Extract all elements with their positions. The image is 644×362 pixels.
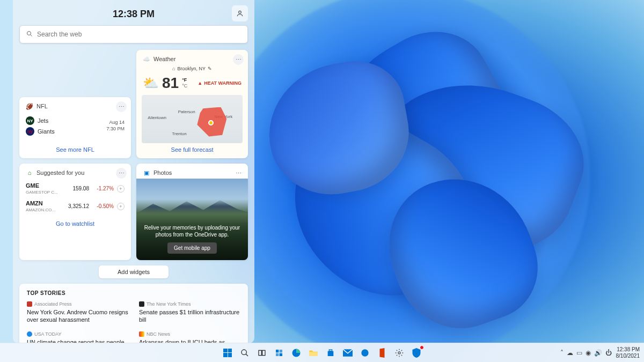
svg-rect-12 <box>310 352 318 356</box>
taskbar: ˄ ☁ ▭ ◉ 🔊 ⏻ 12:38 PM 8/10/2021 <box>0 343 644 362</box>
svg-point-3 <box>241 350 246 354</box>
stock-row[interactable]: GMEGAMESTOP C... 159.08 -1.27% + <box>26 180 125 197</box>
svg-rect-6 <box>262 350 265 355</box>
add-stock-button[interactable]: + <box>117 185 125 193</box>
start-button[interactable] <box>220 345 235 360</box>
add-stock-button[interactable]: + <box>117 203 125 210</box>
heat-warning: ▲ HEAT WARNING <box>197 80 241 86</box>
nfl-icon: 🏈 <box>26 102 33 110</box>
app-icon[interactable] <box>357 345 372 360</box>
onedrive-icon[interactable]: ☁ <box>567 349 573 357</box>
suggested-widget[interactable]: ⌂ Suggested for you ⋯ GMEGAMESTOP C... 1… <box>19 164 131 260</box>
widget-title: Suggested for you <box>36 169 84 176</box>
wifi-icon[interactable]: ◉ <box>586 349 591 357</box>
story-item[interactable]: Associated Press New York Gov. Andrew Cu… <box>27 301 128 324</box>
top-stories-widget: TOP STORIES Associated Press New York Go… <box>19 284 248 343</box>
nfl-team: NY Jets <box>26 115 106 126</box>
search-icon <box>26 31 33 39</box>
weather-temp: 81 <box>162 75 179 92</box>
weather-icon: ☁️ <box>143 55 150 63</box>
photos-icon: ▣ <box>143 169 150 176</box>
source-icon <box>139 331 144 337</box>
office-icon[interactable] <box>375 345 390 360</box>
sun-cloud-icon: ⛅ <box>143 76 159 91</box>
more-button[interactable]: ⋯ <box>233 168 244 179</box>
profile-button[interactable] <box>232 5 248 21</box>
store-icon[interactable] <box>323 345 338 360</box>
svg-point-17 <box>398 352 400 354</box>
top-stories-title: TOP STORIES <box>27 290 240 296</box>
source-icon <box>139 301 144 307</box>
widget-title: Photos <box>153 169 172 176</box>
warning-icon: ▲ <box>197 80 202 86</box>
widget-title: Weather <box>153 56 175 62</box>
temp-units[interactable]: °F °C <box>182 77 187 89</box>
settings-icon[interactable] <box>392 345 407 360</box>
svg-line-4 <box>246 354 248 356</box>
watchlist-link[interactable]: Go to watchlist <box>26 220 125 227</box>
more-button[interactable]: ⋯ <box>116 168 127 179</box>
widget-title: NFL <box>36 103 48 109</box>
svg-rect-13 <box>328 351 334 356</box>
photos-text: Relive your memories by uploading your p… <box>143 224 241 238</box>
nfl-widget[interactable]: 🏈 NFL ⋯ NY Jets ny Giants Aug 14 <box>19 97 131 158</box>
svg-point-0 <box>239 11 241 13</box>
svg-rect-5 <box>259 350 261 355</box>
tray-clock[interactable]: 12:38 PM 8/10/2021 <box>616 346 640 359</box>
photos-widget[interactable]: ▣ Photos ⋯ Relive your memories by uploa… <box>136 164 248 260</box>
get-app-button[interactable]: Get mobile app <box>167 242 217 254</box>
finance-icon: ⌂ <box>26 169 33 176</box>
forecast-link[interactable]: See full forecast <box>143 146 241 153</box>
svg-point-1 <box>27 31 31 35</box>
story-item[interactable]: The New York Times Senate passes $1 tril… <box>139 301 240 324</box>
search-button[interactable] <box>237 345 252 360</box>
system-tray[interactable]: ˄ ☁ ▭ ◉ 🔊 ⏻ 12:38 PM 8/10/2021 <box>560 346 640 359</box>
source-icon <box>27 331 32 337</box>
giants-logo-icon: ny <box>26 127 34 136</box>
svg-rect-10 <box>280 353 282 356</box>
story-item[interactable]: NBC News Arkansas down to 8 ICU beds as … <box>139 331 240 343</box>
widgets-button[interactable] <box>272 345 287 360</box>
svg-rect-7 <box>276 350 279 352</box>
task-view-button[interactable] <box>254 345 269 360</box>
chevron-up-icon[interactable]: ˄ <box>560 349 564 357</box>
more-button[interactable]: ⋯ <box>116 101 127 112</box>
svg-rect-8 <box>280 350 282 352</box>
mail-icon[interactable] <box>340 345 355 360</box>
home-icon: ⌂ <box>172 66 175 71</box>
svg-point-16 <box>361 349 368 356</box>
more-button[interactable]: ⋯ <box>233 54 244 65</box>
svg-rect-9 <box>276 353 279 356</box>
add-widgets-button[interactable]: Add widgets <box>99 265 169 278</box>
story-item[interactable]: USA TODAY UN climate change report has p… <box>27 331 128 343</box>
weather-location[interactable]: ⌂ Brooklyn, NY ✎ <box>143 66 241 71</box>
nfl-link[interactable]: See more NFL <box>26 146 125 153</box>
svg-rect-14 <box>329 350 332 351</box>
security-icon[interactable] <box>409 345 424 360</box>
meet-icon[interactable]: ▭ <box>576 349 582 357</box>
power-icon[interactable]: ⏻ <box>605 349 612 357</box>
edit-icon: ✎ <box>208 66 212 71</box>
search-box[interactable] <box>19 25 248 43</box>
panel-time: 12:38 PM <box>19 9 248 20</box>
svg-line-2 <box>31 34 32 36</box>
widgets-panel: 12:38 PM ☁️ Weather ⋯ ⌂ Brooklyn, NY ✎ ⛅ <box>13 0 254 343</box>
source-icon <box>27 301 32 307</box>
edge-icon[interactable] <box>289 345 304 360</box>
weather-widget[interactable]: ☁️ Weather ⋯ ⌂ Brooklyn, NY ✎ ⛅ 81 °F °C… <box>136 50 248 158</box>
stock-row[interactable]: AMZNAMAZON.CO... 3,325.12 -0.50% + <box>26 197 125 215</box>
search-input[interactable] <box>37 31 241 38</box>
match-time: Aug 14 7:30 PM <box>106 120 125 132</box>
file-explorer-icon[interactable] <box>306 345 321 360</box>
weather-map[interactable]: Allentown Paterson New York Trenton <box>142 95 243 143</box>
nfl-team: ny Giants <box>26 126 106 137</box>
volume-icon[interactable]: 🔊 <box>594 349 602 357</box>
jets-logo-icon: NY <box>26 116 34 125</box>
